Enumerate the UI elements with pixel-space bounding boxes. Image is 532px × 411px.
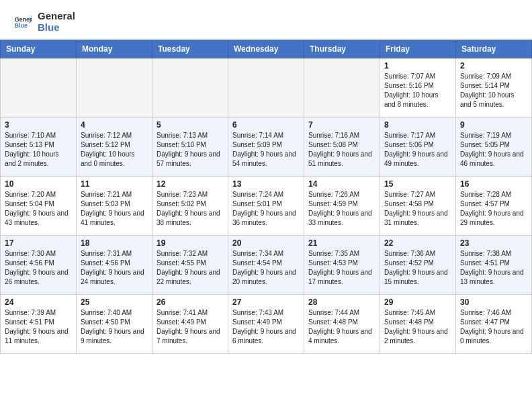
day-cell-1: 1Sunrise: 7:07 AMSunset: 5:16 PMDaylight… <box>380 58 456 118</box>
day-number: 25 <box>81 298 148 307</box>
day-cell-17: 17Sunrise: 7:30 AMSunset: 4:56 PMDayligh… <box>1 236 77 295</box>
day-number: 22 <box>384 238 451 248</box>
day-number: 5 <box>157 120 224 130</box>
svg-text:General: General <box>14 15 32 22</box>
day-cell-28: 28Sunrise: 7:44 AMSunset: 4:48 PMDayligh… <box>304 295 380 354</box>
day-info: Sunrise: 7:10 AMSunset: 5:13 PMDaylight:… <box>5 131 72 169</box>
day-info: Sunrise: 7:12 AMSunset: 5:12 PMDaylight:… <box>81 131 148 169</box>
day-info: Sunrise: 7:21 AMSunset: 5:03 PMDaylight:… <box>81 190 148 228</box>
weekday-header-saturday: Saturday <box>456 40 532 58</box>
weekday-header-friday: Friday <box>380 40 456 58</box>
day-cell-23: 23Sunrise: 7:38 AMSunset: 4:51 PMDayligh… <box>456 236 532 295</box>
weekday-header-row: SundayMondayTuesdayWednesdayThursdayFrid… <box>1 40 532 58</box>
day-cell-24: 24Sunrise: 7:39 AMSunset: 4:51 PMDayligh… <box>1 295 77 354</box>
day-info: Sunrise: 7:07 AMSunset: 5:16 PMDaylight:… <box>384 72 451 109</box>
empty-cell <box>228 58 304 118</box>
day-cell-15: 15Sunrise: 7:27 AMSunset: 4:58 PMDayligh… <box>380 177 456 236</box>
header: General Blue General Blue <box>0 0 532 40</box>
logo-icon: General Blue <box>13 13 32 32</box>
day-number: 27 <box>232 298 300 307</box>
week-row-2: 3Sunrise: 7:10 AMSunset: 5:13 PMDaylight… <box>1 118 532 177</box>
day-cell-8: 8Sunrise: 7:17 AMSunset: 5:06 PMDaylight… <box>380 118 456 177</box>
day-cell-2: 2Sunrise: 7:09 AMSunset: 5:14 PMDaylight… <box>456 58 532 118</box>
day-cell-12: 12Sunrise: 7:23 AMSunset: 5:02 PMDayligh… <box>152 177 228 236</box>
day-info: Sunrise: 7:44 AMSunset: 4:48 PMDaylight:… <box>308 308 375 346</box>
day-info: Sunrise: 7:14 AMSunset: 5:09 PMDaylight:… <box>232 131 300 169</box>
day-info: Sunrise: 7:40 AMSunset: 4:50 PMDaylight:… <box>81 308 148 346</box>
empty-cell <box>77 58 152 118</box>
svg-text:Blue: Blue <box>14 22 28 29</box>
day-number: 11 <box>81 179 148 189</box>
day-cell-5: 5Sunrise: 7:13 AMSunset: 5:10 PMDaylight… <box>152 118 228 177</box>
week-row-1: 1Sunrise: 7:07 AMSunset: 5:16 PMDaylight… <box>1 58 532 118</box>
day-info: Sunrise: 7:35 AMSunset: 4:53 PMDaylight:… <box>308 249 375 287</box>
empty-cell <box>152 58 228 118</box>
day-number: 19 <box>157 238 224 248</box>
day-number: 3 <box>5 120 72 130</box>
day-info: Sunrise: 7:17 AMSunset: 5:06 PMDaylight:… <box>384 131 451 169</box>
empty-cell <box>1 58 77 118</box>
week-row-4: 17Sunrise: 7:30 AMSunset: 4:56 PMDayligh… <box>1 236 532 295</box>
day-info: Sunrise: 7:34 AMSunset: 4:54 PMDaylight:… <box>232 249 300 287</box>
day-number: 14 <box>308 179 375 189</box>
day-info: Sunrise: 7:26 AMSunset: 4:59 PMDaylight:… <box>308 190 375 228</box>
weekday-header-thursday: Thursday <box>304 40 380 58</box>
day-cell-27: 27Sunrise: 7:43 AMSunset: 4:49 PMDayligh… <box>228 295 304 354</box>
day-cell-11: 11Sunrise: 7:21 AMSunset: 5:03 PMDayligh… <box>77 177 152 236</box>
day-number: 29 <box>384 298 451 307</box>
day-number: 12 <box>157 179 224 189</box>
day-info: Sunrise: 7:30 AMSunset: 4:56 PMDaylight:… <box>5 249 72 287</box>
day-info: Sunrise: 7:39 AMSunset: 4:51 PMDaylight:… <box>5 308 72 346</box>
weekday-header-monday: Monday <box>77 40 152 58</box>
day-info: Sunrise: 7:36 AMSunset: 4:52 PMDaylight:… <box>384 249 451 287</box>
day-info: Sunrise: 7:43 AMSunset: 4:49 PMDaylight:… <box>232 308 300 346</box>
day-number: 21 <box>308 238 375 248</box>
day-number: 24 <box>5 298 72 307</box>
day-cell-3: 3Sunrise: 7:10 AMSunset: 5:13 PMDaylight… <box>1 118 77 177</box>
day-info: Sunrise: 7:23 AMSunset: 5:02 PMDaylight:… <box>157 190 224 228</box>
day-number: 8 <box>384 120 451 130</box>
day-cell-9: 9Sunrise: 7:19 AMSunset: 5:05 PMDaylight… <box>456 118 532 177</box>
day-info: Sunrise: 7:31 AMSunset: 4:56 PMDaylight:… <box>81 249 148 287</box>
day-cell-7: 7Sunrise: 7:16 AMSunset: 5:08 PMDaylight… <box>304 118 380 177</box>
logo-blue-text: Blue <box>38 22 75 34</box>
day-number: 10 <box>5 179 72 189</box>
day-cell-10: 10Sunrise: 7:20 AMSunset: 5:04 PMDayligh… <box>1 177 77 236</box>
day-number: 26 <box>157 298 224 307</box>
weekday-header-sunday: Sunday <box>1 40 77 58</box>
day-info: Sunrise: 7:38 AMSunset: 4:51 PMDaylight:… <box>460 249 527 287</box>
day-cell-6: 6Sunrise: 7:14 AMSunset: 5:09 PMDaylight… <box>228 118 304 177</box>
day-number: 30 <box>460 298 527 307</box>
day-info: Sunrise: 7:13 AMSunset: 5:10 PMDaylight:… <box>157 131 224 169</box>
day-cell-16: 16Sunrise: 7:28 AMSunset: 4:57 PMDayligh… <box>456 177 532 236</box>
day-info: Sunrise: 7:28 AMSunset: 4:57 PMDaylight:… <box>460 190 527 228</box>
day-cell-13: 13Sunrise: 7:24 AMSunset: 5:01 PMDayligh… <box>228 177 304 236</box>
day-number: 7 <box>308 120 375 130</box>
day-number: 16 <box>460 179 527 189</box>
day-number: 13 <box>232 179 300 189</box>
empty-cell <box>304 58 380 118</box>
day-number: 28 <box>308 298 375 307</box>
day-number: 9 <box>460 120 527 130</box>
day-info: Sunrise: 7:16 AMSunset: 5:08 PMDaylight:… <box>308 131 375 169</box>
day-cell-21: 21Sunrise: 7:35 AMSunset: 4:53 PMDayligh… <box>304 236 380 295</box>
day-number: 2 <box>460 61 527 71</box>
day-cell-29: 29Sunrise: 7:45 AMSunset: 4:48 PMDayligh… <box>380 295 456 354</box>
day-cell-19: 19Sunrise: 7:32 AMSunset: 4:55 PMDayligh… <box>152 236 228 295</box>
day-info: Sunrise: 7:41 AMSunset: 4:49 PMDaylight:… <box>157 308 224 346</box>
day-number: 4 <box>81 120 148 130</box>
day-cell-20: 20Sunrise: 7:34 AMSunset: 4:54 PMDayligh… <box>228 236 304 295</box>
day-cell-26: 26Sunrise: 7:41 AMSunset: 4:49 PMDayligh… <box>152 295 228 354</box>
day-number: 1 <box>384 61 451 71</box>
day-number: 18 <box>81 238 148 248</box>
weekday-header-tuesday: Tuesday <box>152 40 228 58</box>
day-info: Sunrise: 7:20 AMSunset: 5:04 PMDaylight:… <box>5 190 72 228</box>
day-number: 23 <box>460 238 527 248</box>
day-cell-14: 14Sunrise: 7:26 AMSunset: 4:59 PMDayligh… <box>304 177 380 236</box>
day-info: Sunrise: 7:46 AMSunset: 4:47 PMDaylight:… <box>460 308 527 346</box>
day-info: Sunrise: 7:45 AMSunset: 4:48 PMDaylight:… <box>384 308 451 346</box>
day-info: Sunrise: 7:32 AMSunset: 4:55 PMDaylight:… <box>157 249 224 287</box>
day-number: 20 <box>232 238 300 248</box>
day-number: 17 <box>5 238 72 248</box>
day-info: Sunrise: 7:24 AMSunset: 5:01 PMDaylight:… <box>232 190 300 228</box>
